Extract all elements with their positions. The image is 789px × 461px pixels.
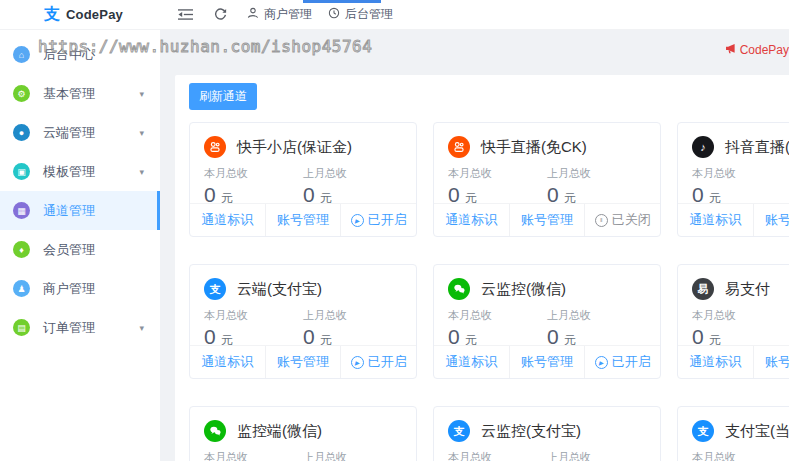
- sidebar-item[interactable]: ▦ 通道管理 ▾: [0, 191, 160, 230]
- kuaishou-icon: [448, 136, 470, 158]
- status-icon: ▶: [351, 214, 364, 227]
- app-logo[interactable]: 支 CodePay: [0, 4, 160, 25]
- last-month-total-label: 上月总收: [547, 308, 646, 323]
- template-icon: ▣: [13, 163, 30, 180]
- month-total-label: 本月总收: [692, 166, 789, 181]
- active-tab-indicator: [303, 0, 381, 3]
- status-icon: ▶: [595, 356, 608, 369]
- top-header: 支 CodePay 商户管理 后台管理: [0, 0, 789, 30]
- status-icon: ▶: [351, 356, 364, 369]
- sidebar-item[interactable]: ♟ 商户管理 ▾: [0, 269, 160, 308]
- status-label: 已开启: [368, 211, 407, 229]
- status-label: 已开启: [612, 353, 651, 371]
- channel-card: ♪ 抖音直播(手 本月总收 0元 上月总收 通道标识 账号管理: [677, 122, 789, 237]
- kuaishou-icon: [204, 136, 226, 158]
- cloud-icon: ●: [13, 124, 30, 141]
- chevron-down-icon: ▾: [139, 167, 144, 177]
- refresh-channels-button[interactable]: 刷新通道: [189, 83, 257, 110]
- account-manage-link[interactable]: 账号管理: [509, 204, 585, 236]
- status-label: 已关闭: [612, 211, 651, 229]
- channel-title: 监控端(微信): [237, 422, 322, 441]
- channel-status-toggle[interactable]: ▶已开启: [340, 346, 416, 378]
- announcement-bar[interactable]: CodePay: [725, 42, 789, 58]
- channel-title: 易支付: [725, 280, 770, 299]
- channel-card: 云监控(微信) 本月总收 0元 上月总收 0元 通道标识 账号管理 ▶已开启: [433, 264, 661, 379]
- channel-status-toggle[interactable]: ▶已开启: [584, 346, 660, 378]
- month-total-label: 本月总收: [448, 450, 547, 461]
- sidebar-item[interactable]: ● 云端管理 ▾: [0, 113, 160, 152]
- channel-icon: ▦: [13, 202, 30, 219]
- last-month-total-label: 上月总收: [547, 166, 646, 181]
- channel-id-link[interactable]: 通道标识: [678, 346, 753, 378]
- channel-title: 抖音直播(手: [725, 138, 789, 157]
- home-icon: ⌂: [13, 46, 30, 63]
- wechat-icon: [448, 278, 470, 300]
- channel-title: 云端(支付宝): [237, 280, 322, 299]
- channel-card: 支 支付宝(当面 本月总收 0元 上月总收 通道标识 账号管理: [677, 406, 789, 461]
- last-month-total-label: 上月总收: [303, 308, 402, 323]
- channel-title: 云监控(支付宝): [481, 422, 581, 441]
- clock-icon: [328, 7, 340, 22]
- account-manage-link[interactable]: 账号管理: [753, 346, 789, 378]
- channel-card: 支 云端(支付宝) 本月总收 0元 上月总收 0元 通道标识 账号管理 ▶已开启: [189, 264, 417, 379]
- channel-title: 云监控(微信): [481, 280, 566, 299]
- refresh-icon[interactable]: [214, 8, 227, 21]
- chevron-down-icon: ▾: [139, 128, 144, 138]
- account-manage-link[interactable]: 账号管理: [509, 346, 585, 378]
- account-manage-link[interactable]: 账号管理: [753, 204, 789, 236]
- sidebar-item[interactable]: ⚙ 基本管理 ▾: [0, 74, 160, 113]
- channel-id-link[interactable]: 通道标识: [434, 204, 509, 236]
- channel-title: 快手直播(免CK): [481, 138, 587, 157]
- month-total-label: 本月总收: [692, 450, 789, 461]
- member-icon: ♦: [13, 241, 30, 258]
- channel-card: 快手小店(保证金) 本月总收 0元 上月总收 0元 通道标识 账号管理 ▶已开启: [189, 122, 417, 237]
- alipay-icon: 支: [448, 420, 470, 442]
- tab-label: 后台管理: [345, 6, 393, 23]
- content-panel: 刷新通道 快手小店(保证金) 本月总收 0元 上月总收 0元 通道标识 账号管理…: [175, 75, 789, 461]
- channel-id-link[interactable]: 通道标识: [678, 204, 753, 236]
- sidebar-item[interactable]: ▣ 模板管理 ▾: [0, 152, 160, 191]
- account-manage-link[interactable]: 账号管理: [265, 346, 341, 378]
- channel-id-link[interactable]: 通道标识: [434, 346, 509, 378]
- tab-label: 商户管理: [264, 6, 312, 23]
- month-total-label: 本月总收: [204, 308, 303, 323]
- sidebar-item[interactable]: ▤ 订单管理 ▾: [0, 308, 160, 347]
- sidebar-item[interactable]: ♦ 会员管理 ▾: [0, 230, 160, 269]
- user-icon: [247, 7, 259, 22]
- status-icon: ‖: [595, 214, 608, 227]
- channel-status-toggle[interactable]: ▶已开启: [340, 204, 416, 236]
- megaphone-icon: [725, 43, 736, 57]
- chevron-down-icon: ▾: [139, 89, 144, 99]
- tab-merchant-management[interactable]: 商户管理: [247, 6, 312, 23]
- channel-status-toggle[interactable]: ‖已关闭: [584, 204, 660, 236]
- sidebar-item[interactable]: ⌂ 后台中心 ▾: [0, 35, 160, 74]
- channel-card: 快手直播(免CK) 本月总收 0元 上月总收 0元 通道标识 账号管理 ‖已关闭: [433, 122, 661, 237]
- order-icon: ▤: [13, 319, 30, 336]
- channel-card: 监控端(微信) 本月总收 0元 上月总收 0.01元 通道标识 账号管理: [189, 406, 417, 461]
- month-total-label: 本月总收: [448, 308, 547, 323]
- channel-card-grid: 快手小店(保证金) 本月总收 0元 上月总收 0元 通道标识 账号管理 ▶已开启…: [189, 122, 789, 461]
- gear-icon: ⚙: [13, 85, 30, 102]
- alipay-icon: 支: [204, 278, 226, 300]
- last-month-total-label: 上月总收: [303, 450, 402, 461]
- month-total-label: 本月总收: [448, 166, 547, 181]
- announcement-text: CodePay: [740, 43, 789, 57]
- status-label: 已开启: [368, 353, 407, 371]
- account-manage-link[interactable]: 账号管理: [265, 204, 341, 236]
- tab-admin-management[interactable]: 后台管理: [328, 6, 393, 23]
- channel-card: 支 云监控(支付宝) 本月总收 0元 上月总收 0元 通道标识 账号管理: [433, 406, 661, 461]
- channel-id-link[interactable]: 通道标识: [190, 346, 265, 378]
- yipay-icon: 易: [692, 278, 714, 300]
- channel-id-link[interactable]: 通道标识: [190, 204, 265, 236]
- alipay-icon: 支: [692, 420, 714, 442]
- month-total-label: 本月总收: [692, 308, 789, 323]
- collapse-menu-icon[interactable]: [178, 8, 193, 21]
- sidebar: ⌂ 后台中心 ▾ ⚙ 基本管理 ▾ ● 云端管理 ▾ ▣ 模板管理 ▾ ▦ 通道…: [0, 30, 160, 461]
- chevron-down-icon: ▾: [139, 323, 144, 333]
- month-total-label: 本月总收: [204, 166, 303, 181]
- last-month-total-label: 上月总收: [303, 166, 402, 181]
- douyin-icon: ♪: [692, 136, 714, 158]
- month-total-label: 本月总收: [204, 450, 303, 461]
- wechat-icon: [204, 420, 226, 442]
- app-title: CodePay: [66, 7, 123, 22]
